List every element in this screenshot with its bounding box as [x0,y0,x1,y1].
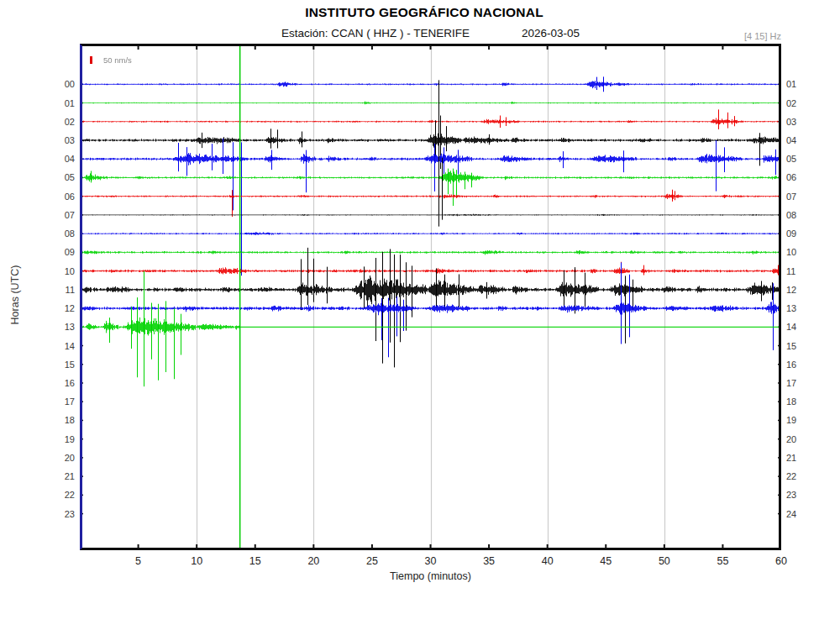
hour-label-right: 22 [786,470,815,482]
hour-label-right: 07 [786,191,815,202]
minute-tick-label: 60 [764,555,798,567]
hour-label-left: 17 [46,396,75,407]
minute-tick-label: 35 [472,555,506,567]
seismogram-canvas [80,44,781,550]
minute-tick-label: 55 [706,555,739,567]
minute-tick-label: 15 [239,555,272,567]
scale-bar-icon [90,56,92,64]
hour-label-left: 10 [46,265,75,277]
hour-label-left: 18 [46,414,75,426]
hour-label-left: 19 [46,433,75,445]
hour-label-left: 12 [46,302,75,314]
hour-label-left: 11 [46,284,75,296]
hour-label-left: 15 [46,359,75,370]
hour-label-right: 08 [786,209,815,221]
hour-label-left: 14 [46,340,75,352]
hour-label-left: 01 [46,97,75,109]
hour-label-right: 02 [786,97,815,109]
hour-label-right: 10 [786,246,815,258]
helicorder-app: INSTITUTO GEOGRÁFICO NACIONAL Estación: … [0,0,840,630]
hour-label-left: 07 [46,209,75,221]
hour-label-right: 03 [786,116,815,128]
hour-label-right: 13 [786,302,815,314]
scale-label: 50 nm/s [103,55,132,65]
hour-label-left: 22 [46,489,75,501]
hour-label-left: 05 [46,171,75,183]
hour-label-right: 06 [786,171,815,183]
hour-label-right: 15 [786,340,815,352]
station-label: Estación: CCAN ( HHZ ) - TENERIFE [281,27,470,39]
hour-label-right: 17 [786,377,815,389]
hour-label-left: 13 [46,321,75,333]
hour-label-right: 23 [786,489,815,501]
x-axis-title: Tiempo (minutos) [80,570,781,582]
hour-label-left: 21 [46,470,75,482]
hour-label-right: 11 [786,265,815,277]
hour-label-left: 04 [46,153,75,165]
date-label: 2026-03-05 [522,27,580,39]
hour-label-right: 20 [786,433,815,445]
minute-tick-label: 25 [355,555,389,567]
minute-tick-label: 30 [414,555,448,567]
hour-label-right: 09 [786,228,815,239]
hour-label-right: 14 [786,321,815,333]
hour-label-right: 01 [786,78,815,90]
minute-tick-label: 45 [589,555,622,567]
hour-label-right: 24 [786,508,815,520]
minute-tick-label: 10 [180,555,213,567]
hour-label-left: 16 [46,377,75,389]
filter-band-label: [4 15] Hz [672,31,781,41]
hour-label-left: 20 [46,452,75,464]
hour-label-left: 23 [46,508,75,520]
hour-label-left: 06 [46,191,75,202]
hour-label-right: 05 [786,153,815,165]
hour-label-left: 09 [46,246,75,258]
minute-tick-label: 20 [297,555,330,567]
minute-tick-label: 5 [122,555,155,567]
hour-label-right: 19 [786,414,815,426]
hour-label-right: 12 [786,284,815,296]
amplitude-scale-legend: 50 nm/s [90,55,132,65]
minute-tick-label: 50 [648,555,681,567]
hour-label-right: 18 [786,396,815,407]
y-axis-title: Horas (UTC) [9,244,21,345]
page-title: INSTITUTO GEOGRÁFICO NACIONAL [0,5,840,20]
hour-label-left: 08 [46,228,75,239]
minute-tick-label: 40 [531,555,564,567]
hour-label-left: 03 [46,134,75,146]
hour-label-right: 16 [786,359,815,370]
hour-label-left: 00 [46,78,75,90]
hour-label-left: 02 [46,116,75,128]
hour-label-right: 04 [786,134,815,146]
hour-label-right: 21 [786,452,815,464]
